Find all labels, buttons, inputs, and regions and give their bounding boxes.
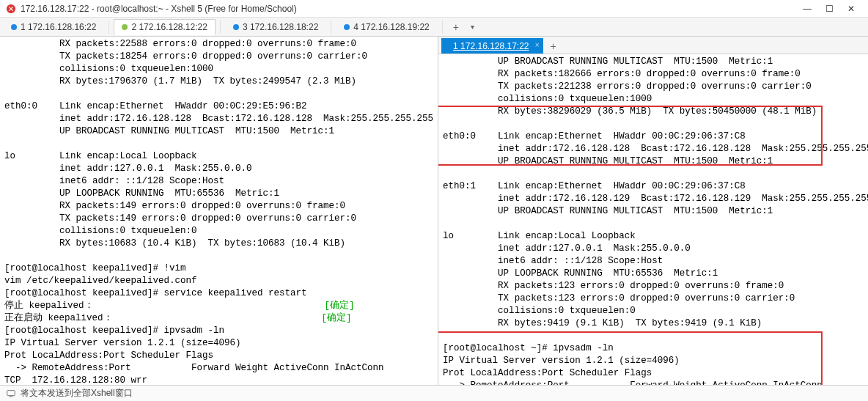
term-line: inet addr:127.0.0.1 Mask:255.0.0.0 (4, 163, 252, 174)
tab-label: 1 172.16.128.17:22 (453, 41, 529, 51)
maximize-button[interactable]: ☐ (818, 1, 840, 16)
window-title: 172.16.128.17:22 - root@localhost:~ - Xs… (21, 4, 297, 14)
term-line: UP BROADCAST RUNNING MULTICAST MTU:1500 … (4, 126, 334, 136)
term-line: UP LOOPBACK RUNNING MTU:65536 Metric:1 (4, 188, 279, 199)
app-icon (6, 4, 16, 14)
tab-label: 3 172.16.128.18:22 (243, 22, 318, 32)
term-line: [root@localhost keepalived]# service kee… (4, 288, 307, 298)
minimize-button[interactable]: — (796, 1, 818, 16)
term-line: 停止 keepalived： (4, 301, 94, 311)
term-line: -> RemoteAddress:Port Forward Weight Act… (4, 363, 384, 373)
term-line: inet addr:172.16.128.129 Bcast:172.16.12… (443, 194, 868, 204)
dot-icon (122, 24, 128, 30)
tab-label: 2 172.16.128.12:22 (131, 22, 207, 32)
term-line: UP BROADCAST RUNNING MULTICAST MTU:1500 … (443, 206, 773, 216)
add-tab-button[interactable]: + (447, 20, 465, 34)
term-line: [root@localhost keepalived]# ipvsadm -ln (4, 325, 224, 336)
pane-right: 1 172.16.128.17:22× + UP BROADCAST RUNNI… (438, 37, 868, 385)
term-line: UP BROADCAST RUNNING MULTICAST MTU:1500 … (443, 56, 773, 67)
tab-label: 1 172.16.128.16:22 (21, 22, 96, 32)
pane-tabbar: 1 172.16.128.17:22× + (438, 37, 868, 54)
term-line: RX bytes:9419 (9.1 KiB) TX bytes:9419 (9… (443, 318, 762, 328)
term-line: IP Virtual Server version 1.2.1 (size=40… (443, 356, 680, 366)
term-line: [root@localhost keepalived]# !vim (4, 263, 186, 273)
term-line: collisions:0 txqueuelen:0 (443, 306, 636, 316)
session-tab-3[interactable]: 3 172.16.128.18:22 (225, 19, 326, 35)
tab-label: 4 172.16.128.19:22 (353, 22, 429, 32)
session-tab-2[interactable]: 2 172.16.128.12:22 (114, 19, 215, 35)
dot-icon (11, 24, 17, 30)
term-line: inet addr:127.0.0.1 Mask:255.0.0.0 (443, 243, 691, 254)
session-tab-1[interactable]: 1 172.16.128.16:22 (3, 19, 104, 35)
term-line: TX packets:149 errors:0 dropped:0 overru… (4, 213, 356, 224)
svg-rect-1 (7, 390, 15, 395)
ok-status: [确定] (322, 313, 352, 323)
statusbar-text: 将文本发送到全部Xshell窗口 (21, 387, 133, 400)
pane-left: RX packets:22588 errors:0 dropped:0 over… (0, 37, 438, 385)
terminal-left[interactable]: RX packets:22588 errors:0 dropped:0 over… (0, 37, 438, 385)
term-line: TX packets:123 errors:0 dropped:0 overru… (443, 293, 795, 303)
term-line: [root@localhost ~]# ipvsadm -ln (443, 343, 614, 353)
term-line: UP BROADCAST RUNNING MULTICAST MTU:1500 … (443, 156, 773, 166)
svg-rect-2 (9, 396, 12, 397)
term-line: 正在启动 keepalived： (4, 313, 113, 323)
titlebar: 172.16.128.17:22 - root@localhost:~ - Xs… (0, 0, 868, 18)
term-line: collisions:0 txqueuelen:1000 (4, 64, 213, 74)
term-line: inet addr:172.16.128.128 Bcast:172.16.12… (443, 144, 868, 154)
term-line: RX packets:22588 errors:0 dropped:0 over… (4, 39, 356, 49)
term-line: vim /etc/keepalived/keepalived.conf (4, 276, 197, 286)
close-button[interactable]: ✕ (840, 1, 862, 16)
term-line: eth0:1 Link encap:Ethernet HWaddr 00:0C:… (443, 181, 746, 191)
terminal-right[interactable]: UP BROADCAST RUNNING MULTICAST MTU:1500 … (438, 54, 868, 385)
session-tabbar: 1 172.16.128.16:22 2 172.16.128.12:22 3 … (0, 18, 868, 37)
term-line: Prot LocalAddress:Port Scheduler Flags (443, 368, 652, 378)
term-line: inet addr:172.16.128.128 Bcast:172.16.12… (4, 114, 433, 124)
term-line: RX packets:182666 errors:0 dropped:0 ove… (443, 69, 801, 79)
term-line: collisions:0 txqueuelen:0 (4, 226, 197, 236)
term-line: lo Link encap:Local Loopback (4, 151, 197, 161)
add-pane-tab-button[interactable]: + (545, 39, 562, 54)
ok-status: [确定] (325, 301, 355, 311)
term-line: IP Virtual Server version 1.2.1 (size=40… (4, 338, 241, 348)
close-icon[interactable]: × (535, 41, 540, 49)
term-line: Prot LocalAddress:Port Scheduler Flags (4, 350, 213, 361)
term-line: collisions:0 txqueuelen:1000 (443, 94, 652, 104)
term-line: RX bytes:1796370 (1.7 MiB) TX bytes:2499… (4, 76, 356, 87)
term-line: RX packets:149 errors:0 dropped:0 overru… (4, 201, 345, 211)
statusbar: 将文本发送到全部Xshell窗口 (0, 385, 868, 401)
pane-tab-1[interactable]: 1 172.16.128.17:22× (441, 38, 542, 54)
term-line: TX packets:18254 errors:0 dropped:0 over… (4, 51, 367, 62)
term-line: lo Link encap:Local Loopback (443, 231, 636, 241)
term-line: RX bytes:38296029 (36.5 MiB) TX bytes:50… (443, 106, 817, 117)
dot-icon (233, 24, 239, 30)
term-line: TX packets:221238 errors:0 dropped:0 ove… (443, 81, 812, 92)
tab-dropdown-button[interactable]: ▾ (466, 21, 479, 32)
session-tab-4[interactable]: 4 172.16.128.19:22 (336, 19, 437, 35)
term-line: UP LOOPBACK RUNNING MTU:65536 Metric:1 (443, 268, 718, 279)
term-line: inet6 addr: ::1/128 Scope:Host (4, 176, 224, 186)
broadcast-icon (6, 389, 16, 399)
term-line: eth0:0 Link encap:Ethernet HWaddr 00:0C:… (4, 101, 307, 111)
term-line: TCP 172.16.128.128:80 wrr (4, 375, 147, 385)
window-controls: — ☐ ✕ (796, 1, 862, 16)
term-line: inet6 addr: ::1/128 Scope:Host (443, 256, 663, 266)
term-line: eth0:0 Link encap:Ethernet HWaddr 00:0C:… (443, 131, 746, 141)
dot-icon (344, 24, 350, 30)
term-line: RX packets:123 errors:0 dropped:0 overru… (443, 281, 784, 291)
term-line: RX bytes:10683 (10.4 KiB) TX bytes:10683… (4, 238, 345, 249)
